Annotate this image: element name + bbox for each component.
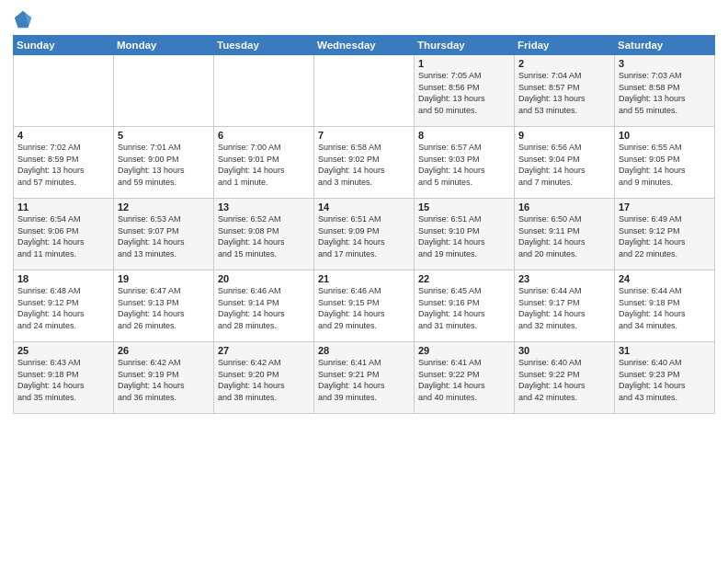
header-row: SundayMondayTuesdayWednesdayThursdayFrid… (14, 36, 715, 55)
day-number: 12 (118, 201, 210, 213)
day-cell: 31Sunrise: 6:40 AM Sunset: 9:23 PM Dayli… (615, 342, 715, 414)
day-number: 3 (619, 58, 711, 69)
logo (13, 9, 37, 29)
day-number: 21 (318, 273, 410, 284)
day-cell: 29Sunrise: 6:41 AM Sunset: 9:22 PM Dayli… (415, 342, 515, 414)
day-number: 31 (619, 345, 711, 356)
day-cell: 28Sunrise: 6:41 AM Sunset: 9:21 PM Dayli… (314, 342, 415, 414)
day-cell: 21Sunrise: 6:46 AM Sunset: 9:15 PM Dayli… (314, 270, 415, 342)
day-info: Sunrise: 6:42 AM Sunset: 9:20 PM Dayligh… (218, 357, 310, 403)
day-info: Sunrise: 6:44 AM Sunset: 9:17 PM Dayligh… (518, 285, 610, 331)
day-cell (214, 55, 314, 127)
day-number: 20 (218, 273, 310, 284)
day-number: 8 (418, 130, 510, 141)
day-cell: 1Sunrise: 7:05 AM Sunset: 8:56 PM Daylig… (415, 55, 515, 127)
day-number: 7 (318, 130, 410, 141)
day-cell (14, 55, 114, 127)
day-cell: 19Sunrise: 6:47 AM Sunset: 9:13 PM Dayli… (114, 270, 214, 342)
day-cell: 20Sunrise: 6:46 AM Sunset: 9:14 PM Dayli… (214, 270, 314, 342)
day-info: Sunrise: 6:57 AM Sunset: 9:03 PM Dayligh… (418, 142, 510, 188)
day-number: 23 (518, 273, 610, 284)
day-number: 16 (518, 201, 610, 213)
day-info: Sunrise: 6:49 AM Sunset: 9:12 PM Dayligh… (619, 213, 711, 259)
day-info: Sunrise: 6:41 AM Sunset: 9:21 PM Dayligh… (318, 357, 410, 403)
day-cell: 15Sunrise: 6:51 AM Sunset: 9:10 PM Dayli… (415, 199, 515, 270)
day-number: 17 (619, 201, 711, 213)
calendar-page: SundayMondayTuesdayWednesdayThursdayFrid… (0, 0, 728, 563)
day-info: Sunrise: 6:55 AM Sunset: 9:05 PM Dayligh… (619, 142, 711, 188)
day-info: Sunrise: 7:05 AM Sunset: 8:56 PM Dayligh… (418, 70, 510, 116)
day-number: 26 (118, 345, 210, 356)
day-cell: 9Sunrise: 6:56 AM Sunset: 9:04 PM Daylig… (515, 127, 615, 199)
col-header-saturday: Saturday (615, 36, 715, 55)
day-info: Sunrise: 6:52 AM Sunset: 9:08 PM Dayligh… (218, 213, 310, 259)
day-info: Sunrise: 6:48 AM Sunset: 9:12 PM Dayligh… (17, 285, 109, 331)
day-number: 27 (218, 345, 310, 356)
week-row-5: 25Sunrise: 6:43 AM Sunset: 9:18 PM Dayli… (14, 342, 715, 414)
day-number: 1 (418, 58, 510, 69)
day-number: 10 (619, 130, 711, 141)
day-cell: 30Sunrise: 6:40 AM Sunset: 9:22 PM Dayli… (515, 342, 615, 414)
week-row-1: 1Sunrise: 7:05 AM Sunset: 8:56 PM Daylig… (14, 55, 715, 127)
day-cell: 10Sunrise: 6:55 AM Sunset: 9:05 PM Dayli… (615, 127, 715, 199)
day-info: Sunrise: 6:51 AM Sunset: 9:10 PM Dayligh… (418, 213, 510, 259)
day-number: 5 (118, 130, 210, 141)
day-number: 13 (218, 201, 310, 213)
day-number: 18 (17, 273, 109, 284)
day-info: Sunrise: 6:47 AM Sunset: 9:13 PM Dayligh… (118, 285, 210, 331)
week-row-4: 18Sunrise: 6:48 AM Sunset: 9:12 PM Dayli… (14, 270, 715, 342)
day-info: Sunrise: 6:50 AM Sunset: 9:11 PM Dayligh… (518, 213, 610, 259)
day-info: Sunrise: 6:40 AM Sunset: 9:22 PM Dayligh… (518, 357, 610, 403)
day-cell: 4Sunrise: 7:02 AM Sunset: 8:59 PM Daylig… (14, 127, 114, 199)
day-info: Sunrise: 6:45 AM Sunset: 9:16 PM Dayligh… (418, 285, 510, 331)
day-cell: 24Sunrise: 6:44 AM Sunset: 9:18 PM Dayli… (615, 270, 715, 342)
day-info: Sunrise: 6:42 AM Sunset: 9:19 PM Dayligh… (118, 357, 210, 403)
day-number: 6 (218, 130, 310, 141)
week-row-3: 11Sunrise: 6:54 AM Sunset: 9:06 PM Dayli… (14, 199, 715, 270)
day-cell: 18Sunrise: 6:48 AM Sunset: 9:12 PM Dayli… (14, 270, 114, 342)
logo-icon (13, 9, 33, 29)
header (13, 9, 715, 29)
day-number: 9 (518, 130, 610, 141)
week-row-2: 4Sunrise: 7:02 AM Sunset: 8:59 PM Daylig… (14, 127, 715, 199)
day-number: 4 (17, 130, 109, 141)
day-number: 15 (418, 201, 510, 213)
day-number: 25 (17, 345, 109, 356)
day-info: Sunrise: 6:54 AM Sunset: 9:06 PM Dayligh… (17, 213, 109, 259)
day-cell: 5Sunrise: 7:01 AM Sunset: 9:00 PM Daylig… (114, 127, 214, 199)
col-header-wednesday: Wednesday (314, 36, 415, 55)
day-cell: 6Sunrise: 7:00 AM Sunset: 9:01 PM Daylig… (214, 127, 314, 199)
day-cell: 16Sunrise: 6:50 AM Sunset: 9:11 PM Dayli… (515, 199, 615, 270)
day-cell (314, 55, 415, 127)
day-number: 28 (318, 345, 410, 356)
day-number: 29 (418, 345, 510, 356)
day-info: Sunrise: 6:51 AM Sunset: 9:09 PM Dayligh… (318, 213, 410, 259)
day-info: Sunrise: 6:46 AM Sunset: 9:14 PM Dayligh… (218, 285, 310, 331)
day-cell: 17Sunrise: 6:49 AM Sunset: 9:12 PM Dayli… (615, 199, 715, 270)
day-cell: 3Sunrise: 7:03 AM Sunset: 8:58 PM Daylig… (615, 55, 715, 127)
day-cell: 13Sunrise: 6:52 AM Sunset: 9:08 PM Dayli… (214, 199, 314, 270)
day-number: 30 (518, 345, 610, 356)
day-cell: 14Sunrise: 6:51 AM Sunset: 9:09 PM Dayli… (314, 199, 415, 270)
day-info: Sunrise: 7:02 AM Sunset: 8:59 PM Dayligh… (17, 142, 109, 188)
day-info: Sunrise: 6:43 AM Sunset: 9:18 PM Dayligh… (17, 357, 109, 403)
day-cell: 11Sunrise: 6:54 AM Sunset: 9:06 PM Dayli… (14, 199, 114, 270)
day-info: Sunrise: 7:01 AM Sunset: 9:00 PM Dayligh… (118, 142, 210, 188)
day-number: 22 (418, 273, 510, 284)
day-info: Sunrise: 7:00 AM Sunset: 9:01 PM Dayligh… (218, 142, 310, 188)
day-cell: 23Sunrise: 6:44 AM Sunset: 9:17 PM Dayli… (515, 270, 615, 342)
day-number: 11 (17, 201, 109, 213)
calendar-table: SundayMondayTuesdayWednesdayThursdayFrid… (13, 35, 715, 414)
day-info: Sunrise: 6:58 AM Sunset: 9:02 PM Dayligh… (318, 142, 410, 188)
day-number: 19 (118, 273, 210, 284)
day-cell: 26Sunrise: 6:42 AM Sunset: 9:19 PM Dayli… (114, 342, 214, 414)
day-info: Sunrise: 6:41 AM Sunset: 9:22 PM Dayligh… (418, 357, 510, 403)
day-cell: 25Sunrise: 6:43 AM Sunset: 9:18 PM Dayli… (14, 342, 114, 414)
col-header-friday: Friday (515, 36, 615, 55)
day-cell: 27Sunrise: 6:42 AM Sunset: 9:20 PM Dayli… (214, 342, 314, 414)
col-header-sunday: Sunday (14, 36, 114, 55)
day-cell (114, 55, 214, 127)
col-header-thursday: Thursday (415, 36, 515, 55)
day-cell: 22Sunrise: 6:45 AM Sunset: 9:16 PM Dayli… (415, 270, 515, 342)
day-info: Sunrise: 7:04 AM Sunset: 8:57 PM Dayligh… (518, 70, 610, 116)
